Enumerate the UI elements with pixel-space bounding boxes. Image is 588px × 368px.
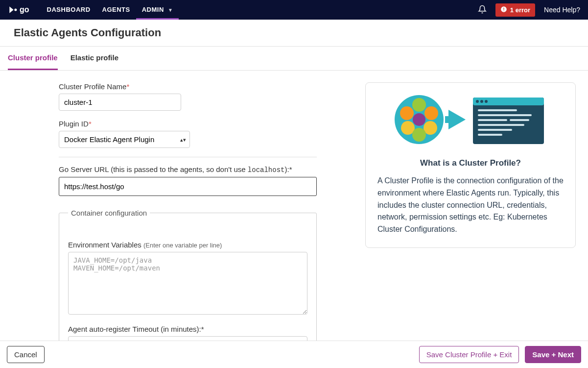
env-vars-textarea[interactable] [68,252,307,315]
container-configuration-fieldset: Container configuration Environment Vari… [59,209,317,359]
svg-point-16 [480,100,483,103]
main-content: Cluster Profile Name* Plugin ID* Docker … [0,71,588,368]
field-env-vars: Environment Variables (Enter one variabl… [68,241,307,316]
svg-rect-19 [478,114,532,116]
info-column: What is a Cluster Profile? A Cluster Pro… [365,82,576,359]
page-header: Elastic Agents Configuration [0,20,588,47]
plugin-id-select-wrap: Docker Elastic Agent Plugin ▴▾ [59,131,190,148]
cluster-profile-name-input[interactable] [59,94,181,111]
svg-rect-20 [478,119,507,121]
nav-admin-label: ADMIN [142,6,164,13]
container-configuration-legend: Container configuration [68,209,150,217]
chevron-down-icon: ▼ [168,7,173,13]
bell-icon[interactable] [478,5,487,15]
plugin-id-label: Plugin ID* [59,120,317,128]
svg-point-11 [412,128,426,142]
need-help-link[interactable]: Need Help? [544,6,580,14]
footer: Cancel Save Cluster Profile + Exit Save … [0,341,588,368]
svg-rect-21 [510,119,529,121]
svg-marker-12 [445,110,466,129]
form-column: Cluster Profile Name* Plugin ID* Docker … [12,82,317,359]
cluster-illustration-icon [392,93,549,147]
logo[interactable]: go [8,5,29,15]
tab-cluster-profile[interactable]: Cluster profile [8,47,58,70]
info-card: What is a Cluster Profile? A Cluster Pro… [365,82,576,248]
info-title: What is a Cluster Profile? [377,158,564,168]
plugin-id-select[interactable]: Docker Elastic Agent Plugin [59,131,190,148]
alert-icon [500,6,507,14]
svg-point-0 [14,9,17,11]
svg-rect-2 [503,7,504,10]
svg-point-7 [424,106,438,120]
field-go-server-url: Go Server URL (this is passed to the age… [12,165,317,196]
nav-links: DASHBOARD AGENTS ADMIN ▼ [41,0,179,20]
nav-dashboard[interactable]: DASHBOARD [41,0,96,20]
logo-icon [8,5,18,15]
svg-rect-22 [478,124,524,126]
top-nav-left: go DASHBOARD AGENTS ADMIN ▼ [8,0,179,20]
required-asterisk: * [126,82,129,91]
section-divider [59,157,317,157]
svg-rect-24 [478,134,502,136]
nav-admin[interactable]: ADMIN ▼ [136,0,179,20]
svg-rect-18 [478,109,517,111]
svg-point-5 [412,98,426,112]
svg-point-8 [413,113,425,126]
svg-point-6 [400,106,414,120]
nav-agents[interactable]: AGENTS [96,0,136,20]
cancel-button[interactable]: Cancel [7,346,45,363]
svg-point-15 [476,100,479,103]
top-nav: go DASHBOARD AGENTS ADMIN ▼ 1 error Need… [0,0,588,20]
svg-point-17 [485,100,488,103]
tab-elastic-profile[interactable]: Elastic profile [71,47,118,70]
footer-right: Save Cluster Profile + Exit Save + Next [419,346,581,363]
field-cluster-profile-name: Cluster Profile Name* [12,82,317,111]
info-body: A Cluster Profile is the connection conf… [377,175,564,236]
env-vars-label: Environment Variables (Enter one variabl… [68,241,307,249]
go-server-url-input[interactable] [59,177,317,196]
save-cluster-profile-exit-button[interactable]: Save Cluster Profile + Exit [419,346,519,363]
required-asterisk: * [89,120,92,128]
top-nav-right: 1 error Need Help? [478,3,580,17]
error-count: 1 error [510,6,530,14]
page-title: Elastic Agents Configuration [14,26,574,39]
agent-timeout-label: Agent auto-register Timeout (in minutes)… [68,325,307,333]
go-server-url-label: Go Server URL (this is passed to the age… [59,165,317,174]
env-vars-hint: (Enter one variable per line) [143,242,222,249]
field-plugin-id: Plugin ID* Docker Elastic Agent Plugin ▴… [12,120,317,148]
svg-rect-14 [473,98,544,105]
svg-rect-23 [478,129,512,131]
tabs: Cluster profile Elastic profile [0,47,588,71]
logo-text: go [20,5,29,14]
save-next-button[interactable]: Save + Next [525,346,581,363]
svg-rect-3 [503,10,504,11]
cluster-profile-name-label: Cluster Profile Name* [59,82,317,91]
error-badge[interactable]: 1 error [495,3,535,17]
